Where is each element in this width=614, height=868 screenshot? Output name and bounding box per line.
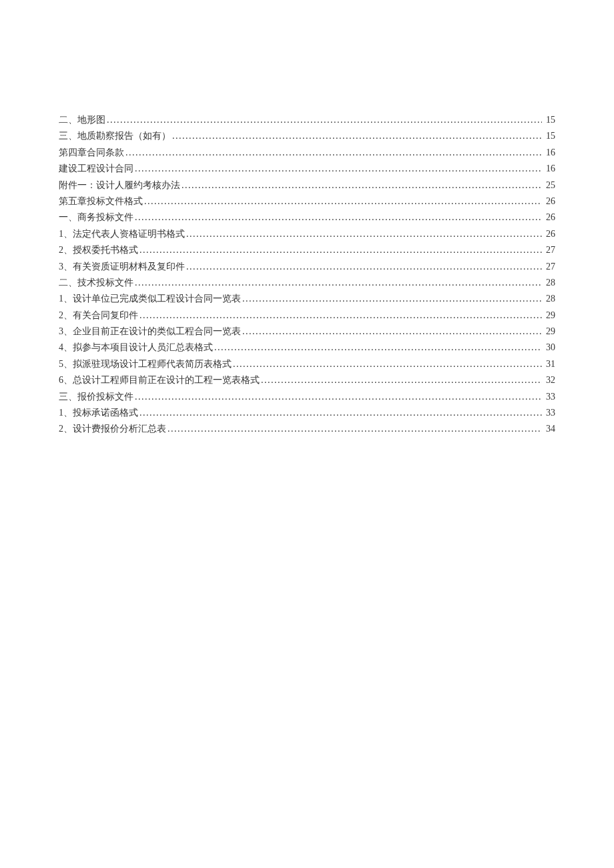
toc-page: 16 <box>542 145 555 161</box>
toc-page: 27 <box>542 242 555 258</box>
toc-page: 28 <box>542 291 555 307</box>
toc-leader <box>133 161 542 177</box>
toc-page: 29 <box>542 308 555 324</box>
toc-page: 26 <box>542 193 555 209</box>
toc-page: 34 <box>542 421 555 437</box>
toc-label: 6、总设计工程师目前正在设计的工程一览表格式 <box>59 372 260 388</box>
toc-leader <box>138 405 542 421</box>
toc-page: 25 <box>542 177 555 193</box>
toc-page: 26 <box>542 209 555 226</box>
toc-label: 3、企业目前正在设计的类似工程合同一览表 <box>59 324 241 340</box>
toc-entry: 三、报价投标文件33 <box>59 389 555 405</box>
toc-entry: 3、企业目前正在设计的类似工程合同一览表29 <box>59 324 555 340</box>
toc-page: 31 <box>542 356 555 372</box>
toc-entry: 1、设计单位已完成类似工程设计合同一览表28 <box>59 291 555 307</box>
toc-label: 2、授权委托书格式 <box>59 242 138 258</box>
toc-page: 33 <box>542 389 555 405</box>
toc-label: 三、报价投标文件 <box>59 389 133 405</box>
toc-label: 第五章投标文件格式 <box>59 193 143 209</box>
toc-leader <box>260 372 542 388</box>
toc-page: 27 <box>542 259 555 275</box>
toc-entry: 第五章投标文件格式26 <box>59 193 555 209</box>
toc-entry: 1、投标承诺函格式33 <box>59 405 555 421</box>
toc-page: 28 <box>542 275 555 291</box>
toc-page: 33 <box>542 405 555 421</box>
toc-entry: 4、拟参与本项目设计人员汇总表格式30 <box>59 340 555 356</box>
toc-label: 二、地形图 <box>59 112 105 128</box>
toc-leader <box>241 291 542 307</box>
toc-page: 15 <box>542 112 555 128</box>
toc-label: 2、设计费报价分析汇总表 <box>59 421 166 437</box>
toc-entry: 6、总设计工程师目前正在设计的工程一览表格式32 <box>59 372 555 388</box>
toc-label: 附件一：设计人履约考核办法 <box>59 177 180 193</box>
toc-leader <box>241 324 542 340</box>
toc-entry: 二、地形图15 <box>59 112 555 128</box>
toc-label: 二、技术投标文件 <box>59 275 133 291</box>
toc-page: 16 <box>542 161 555 177</box>
toc-leader <box>133 275 542 291</box>
toc-leader <box>105 112 542 128</box>
toc-label: 4、拟参与本项目设计人员汇总表格式 <box>59 340 213 356</box>
toc-label: 三、地质勘察报告（如有） <box>59 128 171 144</box>
toc-leader <box>185 226 542 242</box>
toc-entry: 三、地质勘察报告（如有）15 <box>59 128 555 144</box>
toc-label: 3、有关资质证明材料及复印件 <box>59 259 185 275</box>
toc-label: 一、商务投标文件 <box>59 209 133 226</box>
toc-leader <box>171 128 542 144</box>
toc-entry: 2、设计费报价分析汇总表34 <box>59 421 555 437</box>
toc-label: 建设工程设计合同 <box>59 161 133 177</box>
toc-label: 第四章合同条款 <box>59 145 124 161</box>
toc-leader <box>138 308 542 324</box>
toc-leader <box>185 259 542 275</box>
toc-leader <box>133 209 542 226</box>
toc-page: 26 <box>542 226 555 242</box>
toc-entry: 2、有关合同复印件29 <box>59 308 555 324</box>
toc-entry: 第四章合同条款16 <box>59 145 555 161</box>
toc-entry: 二、技术投标文件28 <box>59 275 555 291</box>
toc-page: 32 <box>542 372 555 388</box>
toc-leader <box>166 421 542 437</box>
toc-leader <box>138 242 542 258</box>
toc-label: 1、设计单位已完成类似工程设计合同一览表 <box>59 291 241 307</box>
toc-label: 2、有关合同复印件 <box>59 308 138 324</box>
toc-page: 29 <box>542 324 555 340</box>
toc-label: 1、投标承诺函格式 <box>59 405 138 421</box>
toc-leader <box>143 193 542 209</box>
toc-entry: 5、拟派驻现场设计工程师代表简历表格式31 <box>59 356 555 372</box>
toc-leader <box>213 340 542 356</box>
toc-entry: 建设工程设计合同16 <box>59 161 555 177</box>
toc-entry: 一、商务投标文件26 <box>59 209 555 226</box>
toc-entry: 1、法定代表人资格证明书格式26 <box>59 226 555 242</box>
toc-entry: 3、有关资质证明材料及复印件27 <box>59 259 555 275</box>
toc-entry: 2、授权委托书格式27 <box>59 242 555 258</box>
toc-page: 15 <box>542 128 555 144</box>
toc-leader <box>133 389 542 405</box>
toc-page: 30 <box>542 340 555 356</box>
table-of-contents: 二、地形图15 三、地质勘察报告（如有）15 第四章合同条款16 建设工程设计合… <box>59 112 555 438</box>
toc-entry: 附件一：设计人履约考核办法25 <box>59 177 555 193</box>
toc-leader <box>180 177 542 193</box>
toc-leader <box>232 356 542 372</box>
toc-label: 5、拟派驻现场设计工程师代表简历表格式 <box>59 356 232 372</box>
toc-leader <box>124 145 542 161</box>
toc-label: 1、法定代表人资格证明书格式 <box>59 226 185 242</box>
